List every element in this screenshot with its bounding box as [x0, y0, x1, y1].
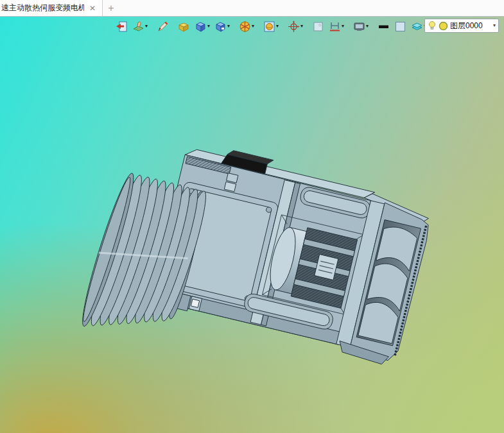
locate-axis-icon	[288, 21, 300, 33]
foot-pad	[191, 299, 199, 307]
feature-cube-button[interactable]: ▾	[213, 19, 231, 34]
3d-viewport[interactable]: ▾ ▾	[0, 17, 504, 433]
dropdown-caret[interactable]: ▾	[300, 24, 303, 29]
color-swatch-icon	[394, 21, 406, 33]
layer-dropdown-caret[interactable]: ▾	[493, 23, 496, 28]
extrude-box-icon	[178, 21, 190, 33]
render-material-icon	[132, 21, 144, 33]
layers-icon	[411, 21, 423, 33]
bellows[interactable]	[76, 168, 213, 348]
locate-axis-button[interactable]: ▾	[286, 19, 304, 34]
sketch-pencil-icon	[157, 21, 169, 33]
layer-name: 图层0000	[450, 21, 491, 31]
document-tab[interactable]: 速主动散热伺服变频电机] ✕	[0, 0, 103, 16]
render-material-button[interactable]: ▾	[131, 19, 149, 34]
dropdown-caret[interactable]: ▾	[366, 24, 369, 29]
exit-sketch-button[interactable]	[114, 19, 129, 34]
servo-motor-model[interactable]	[0, 17, 504, 433]
line-width-icon	[378, 21, 390, 33]
solid-cube-button[interactable]: ▾	[193, 19, 211, 34]
sketch-plane-icon	[312, 21, 324, 33]
dropdown-caret[interactable]: ▾	[252, 24, 254, 29]
dropdown-caret[interactable]: ▾	[342, 24, 344, 29]
tab-bar: 速主动散热伺服变频电机] ✕ +	[0, 0, 504, 17]
color-swatch-button[interactable]	[393, 19, 408, 34]
document-tab-title: 速主动散热伺服变频电机]	[1, 3, 84, 13]
sphere-frame-button[interactable]: ▾	[262, 19, 280, 34]
display-monitor-button[interactable]: ▾	[352, 19, 370, 34]
line-width-button[interactable]	[376, 19, 391, 34]
exit-sketch-icon	[116, 21, 128, 33]
layer-selector[interactable]: 图层0000 ▾	[424, 19, 499, 33]
dropdown-caret[interactable]: ▾	[207, 24, 210, 29]
extrude-box-button[interactable]	[177, 19, 191, 34]
wheel-gear-button[interactable]: ▾	[238, 19, 256, 34]
sketch-pencil-button[interactable]	[155, 19, 170, 34]
solid-cube-icon	[195, 21, 207, 33]
sketch-plane-button[interactable]	[311, 19, 326, 34]
dropdown-caret[interactable]: ▾	[227, 24, 230, 29]
feature-cube-icon	[214, 21, 227, 33]
display-monitor-icon	[353, 21, 365, 33]
layer-visibility-bulb-icon	[428, 21, 437, 31]
dimension-button[interactable]: ▾	[327, 19, 345, 34]
layer-color-circle-icon	[439, 21, 448, 31]
dropdown-caret[interactable]: ▾	[145, 24, 148, 29]
dropdown-caret[interactable]: ▾	[276, 24, 279, 29]
dimension-icon	[329, 21, 341, 33]
new-tab-button[interactable]: +	[103, 0, 119, 16]
tab-close-icon[interactable]: ✕	[88, 4, 97, 13]
wheel-gear-icon	[239, 21, 251, 33]
sphere-frame-icon	[263, 21, 275, 33]
